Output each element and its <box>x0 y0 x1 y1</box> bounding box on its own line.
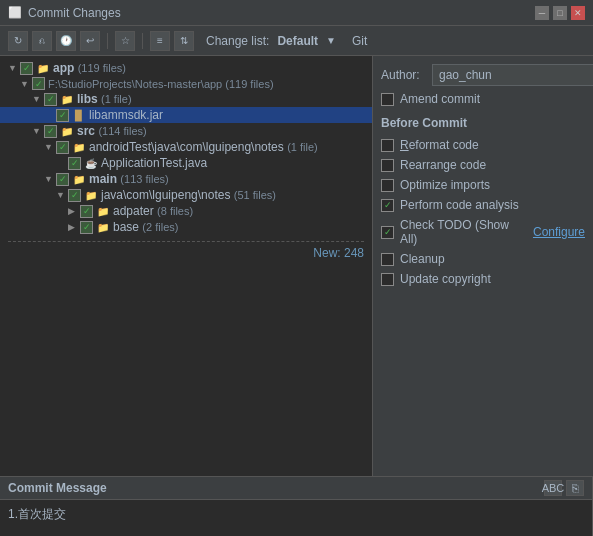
toolbar-undo-icon[interactable]: ↩ <box>80 31 100 51</box>
toolbar-list-icon[interactable]: ≡ <box>150 31 170 51</box>
checkbox-main[interactable]: ✓ <box>56 173 69 186</box>
commit-message-header: Commit Message ABC ⎘ <box>0 477 592 500</box>
main-content: ▼ ✓ 📁 app (119 files) ▼ ✓ F:\StudioProje… <box>0 56 593 476</box>
toolbar-revert-icon[interactable]: ⎌ <box>32 31 52 51</box>
tree-label-androidtest: androidTest\java\com\lguipeng\notes (1 f… <box>89 140 318 154</box>
title-icon: ⬜ <box>8 6 22 19</box>
author-input[interactable] <box>432 64 593 86</box>
toolbar-sep2 <box>142 33 143 49</box>
spell-check-icon[interactable]: ABC <box>544 480 562 496</box>
commit-message-section: Commit Message ABC ⎘ 1.首次提交 <box>0 477 593 536</box>
amend-commit-checkbox[interactable] <box>381 93 394 106</box>
tree-item-base[interactable]: ▶ ✓ 📁 base (2 files) <box>0 219 372 235</box>
folder-icon: 📁 <box>60 124 74 138</box>
tree-item-src[interactable]: ▼ ✓ 📁 src (114 files) <box>0 123 372 139</box>
checkbox-base[interactable]: ✓ <box>80 221 93 234</box>
tree-item-libammsdk[interactable]: ✓ ▉ libammsdk.jar <box>0 107 372 123</box>
close-button[interactable]: ✕ <box>571 6 585 20</box>
expand-arrow-icon: ▼ <box>20 79 32 89</box>
check-todo-row[interactable]: ✓ Check TODO (Show All) Configure <box>381 218 585 246</box>
checkbox-libs[interactable]: ✓ <box>44 93 57 106</box>
tree-label-app: app (119 files) <box>53 61 126 75</box>
cleanup-row[interactable]: Cleanup <box>381 252 585 266</box>
title-bar: ⬜ Commit Changes ─ □ ✕ <box>0 0 593 26</box>
optimize-imports-label: Optimize imports <box>400 178 490 192</box>
file-tree-panel[interactable]: ▼ ✓ 📁 app (119 files) ▼ ✓ F:\StudioProje… <box>0 56 373 476</box>
reformat-code-label: Reformat code <box>400 138 479 152</box>
bottom-section: Commit Message ABC ⎘ 1.首次提交 ▶ Details Pr… <box>0 476 593 536</box>
reformat-code-row[interactable]: Reformat code <box>381 138 585 152</box>
change-list-arrow-icon[interactable]: ▼ <box>326 35 336 46</box>
tree-item-adpater[interactable]: ▶ ✓ 📁 adpater (8 files) <box>0 203 372 219</box>
tree-item-path[interactable]: ▼ ✓ F:\StudioProjects\Notes-master\app (… <box>0 76 372 91</box>
git-label: Git <box>352 34 367 48</box>
toolbar-star-icon[interactable]: ☆ <box>115 31 135 51</box>
commit-message-icons: ABC ⎘ <box>544 480 584 496</box>
amend-commit-row[interactable]: Amend commit <box>381 92 585 106</box>
rearrange-code-checkbox[interactable] <box>381 159 394 172</box>
expand-arrow-icon: ▼ <box>32 94 44 104</box>
optimize-imports-row[interactable]: Optimize imports <box>381 178 585 192</box>
copy-icon[interactable]: ⎘ <box>566 480 584 496</box>
tree-label-javacom: java\com\lguipeng\notes (51 files) <box>101 188 276 202</box>
configure-link[interactable]: Configure <box>533 225 585 239</box>
toolbar-sort-icon[interactable]: ⇅ <box>174 31 194 51</box>
rearrange-code-label: Rearrange code <box>400 158 486 172</box>
minimize-button[interactable]: ─ <box>535 6 549 20</box>
tree-item-libs[interactable]: ▼ ✓ 📁 libs (1 file) <box>0 91 372 107</box>
tree-item-apptest[interactable]: ✓ ☕ ApplicationTest.java <box>0 155 372 171</box>
expand-arrow-icon: ▼ <box>44 142 56 152</box>
cleanup-checkbox[interactable] <box>381 253 394 266</box>
right-panel: Author: ▼ Amend commit Before Commit Ref… <box>373 56 593 476</box>
author-label: Author: <box>381 68 426 82</box>
expand-arrow-icon: ▶ <box>68 206 80 216</box>
perform-analysis-row[interactable]: ✓ Perform code analysis <box>381 198 585 212</box>
jar-file-icon: ▉ <box>72 108 86 122</box>
cleanup-label: Cleanup <box>400 252 445 266</box>
commit-message-textarea[interactable]: 1.首次提交 <box>0 500 592 536</box>
checkbox-path[interactable]: ✓ <box>32 77 45 90</box>
tree-label-src: src (114 files) <box>77 124 147 138</box>
update-copyright-label: Update copyright <box>400 272 491 286</box>
update-copyright-checkbox[interactable] <box>381 273 394 286</box>
checkbox-libammsdk[interactable]: ✓ <box>56 109 69 122</box>
check-todo-checkbox[interactable]: ✓ <box>381 226 394 239</box>
folder-icon: 📁 <box>96 220 110 234</box>
commit-message-panel: Commit Message ABC ⎘ 1.首次提交 <box>0 477 593 536</box>
toolbar-history-icon[interactable]: 🕐 <box>56 31 76 51</box>
maximize-button[interactable]: □ <box>553 6 567 20</box>
commit-message-title: Commit Message <box>8 481 107 495</box>
change-list-label: Change list: <box>206 34 269 48</box>
tree-label-apptest: ApplicationTest.java <box>101 156 207 170</box>
checkbox-src[interactable]: ✓ <box>44 125 57 138</box>
title-bar-controls: ─ □ ✕ <box>535 6 585 20</box>
title-bar-left: ⬜ Commit Changes <box>8 6 121 20</box>
checkbox-adpater[interactable]: ✓ <box>80 205 93 218</box>
amend-commit-label: Amend commit <box>400 92 480 106</box>
checkbox-javacom[interactable]: ✓ <box>68 189 81 202</box>
tree-item-androidtest[interactable]: ▼ ✓ 📁 androidTest\java\com\lguipeng\note… <box>0 139 372 155</box>
before-commit-label: Before Commit <box>381 116 585 130</box>
java-file-icon: ☕ <box>84 156 98 170</box>
tree-label-main: main (113 files) <box>89 172 169 186</box>
folder-icon: 📁 <box>84 188 98 202</box>
folder-icon: 📁 <box>72 140 86 154</box>
tree-item-javacom[interactable]: ▼ ✓ 📁 java\com\lguipeng\notes (51 files) <box>0 187 372 203</box>
tree-label-libammsdk: libammsdk.jar <box>89 108 163 122</box>
checkbox-app[interactable]: ✓ <box>20 62 33 75</box>
toolbar-refresh-icon[interactable]: ↻ <box>8 31 28 51</box>
perform-analysis-label: Perform code analysis <box>400 198 519 212</box>
update-copyright-row[interactable]: Update copyright <box>381 272 585 286</box>
folder-icon: 📁 <box>96 204 110 218</box>
reformat-code-checkbox[interactable] <box>381 139 394 152</box>
perform-analysis-checkbox[interactable]: ✓ <box>381 199 394 212</box>
tree-item-app[interactable]: ▼ ✓ 📁 app (119 files) <box>0 60 372 76</box>
rearrange-code-row[interactable]: Rearrange code <box>381 158 585 172</box>
tree-label-base: base (2 files) <box>113 220 178 234</box>
toolbar-sep1 <box>107 33 108 49</box>
new-badge-row: New: 248 <box>0 235 372 248</box>
checkbox-androidtest[interactable]: ✓ <box>56 141 69 154</box>
tree-item-main[interactable]: ▼ ✓ 📁 main (113 files) <box>0 171 372 187</box>
checkbox-apptest[interactable]: ✓ <box>68 157 81 170</box>
optimize-imports-checkbox[interactable] <box>381 179 394 192</box>
